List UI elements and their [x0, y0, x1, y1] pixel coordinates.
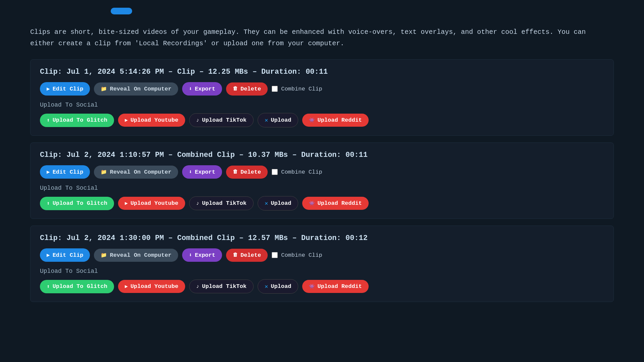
upload-youtube-button-3[interactable]: ▶ Upload Youtube: [118, 280, 185, 293]
upload-youtube-button-2[interactable]: ▶ Upload Youtube: [118, 197, 185, 210]
delete-button-1[interactable]: Delete: [226, 82, 268, 96]
export-button-1[interactable]: Export: [182, 82, 222, 96]
upload-social-label-1: Upload To Social: [40, 102, 604, 108]
clip-card-1: Clip: Jul 1, 2024 5:14:26 PM – Clip – 12…: [30, 59, 614, 136]
twitter-x-icon: [265, 200, 268, 207]
upload-glitch-icon: [47, 117, 50, 124]
tiktok-icon: [196, 117, 200, 123]
upload-glitch-icon: [47, 283, 50, 290]
delete-label: Delete: [240, 86, 261, 92]
folder-icon: [101, 252, 107, 258]
clip-label: Clip:: [40, 68, 62, 76]
upload-twitter-label: Upload: [271, 200, 291, 206]
folder-icon: [101, 86, 107, 92]
export-label: Export: [195, 252, 215, 258]
upload-reddit-button-3[interactable]: Upload Reddit: [302, 280, 369, 293]
combine-clip-text: Combine Clip: [281, 252, 322, 258]
delete-button-2[interactable]: Delete: [226, 166, 268, 179]
upload-youtube-label: Upload Youtube: [130, 200, 178, 206]
action-buttons-row-1: Edit Clip Reveal On Computer Export Dele…: [40, 82, 604, 96]
upload-tiktok-label: Upload TikTok: [202, 283, 247, 290]
play-icon: [47, 252, 50, 258]
play-icon: [47, 85, 50, 92]
action-buttons-row-3: Edit Clip Reveal On Computer Export Dele…: [40, 248, 604, 262]
export-label: Export: [195, 86, 215, 92]
upload-glitch-label: Upload To Glitch: [53, 283, 107, 290]
upload-reddit-button-1[interactable]: Upload Reddit: [302, 114, 369, 127]
upload-glitch-label: Upload To Glitch: [53, 200, 107, 206]
combine-clip-text: Combine Clip: [281, 86, 322, 92]
clip-info: Jul 1, 2024 5:14:26 PM – Clip – 12.25 MB…: [66, 68, 328, 76]
tiktok-icon: [196, 200, 200, 206]
twitter-x-icon: [265, 117, 268, 124]
action-buttons-row-2: Edit Clip Reveal On Computer Export Dele…: [40, 165, 604, 179]
upload-youtube-label: Upload Youtube: [130, 283, 178, 290]
combine-clip-checkbox-2[interactable]: [272, 169, 278, 175]
youtube-icon: ▶: [125, 283, 128, 290]
clip-card-3: Clip: Jul 2, 2024 1:30:00 PM – Combined …: [30, 226, 614, 302]
export-icon: [189, 252, 192, 258]
reddit-icon: [309, 117, 315, 123]
clip-title-1: Clip: Jul 1, 2024 5:14:26 PM – Clip – 12…: [40, 68, 604, 76]
edit-clip-label: Edit Clip: [53, 86, 84, 92]
upload-glitch-icon: [47, 200, 50, 207]
upload-tiktok-button-2[interactable]: Upload TikTok: [189, 196, 254, 210]
delete-label: Delete: [240, 252, 261, 258]
reveal-label: Reveal On Computer: [110, 169, 171, 175]
social-buttons-row-3: Upload To Glitch ▶ Upload Youtube Upload…: [40, 279, 604, 294]
reveal-label: Reveal On Computer: [110, 252, 171, 258]
edit-clip-button-3[interactable]: Edit Clip: [40, 248, 90, 262]
reddit-icon: [309, 284, 315, 290]
tiktok-icon: [196, 284, 200, 290]
upload-twitter-button-2[interactable]: Upload: [258, 196, 298, 210]
upload-twitter-label: Upload: [271, 283, 291, 290]
upload-twitter-button-1[interactable]: Upload: [258, 113, 298, 127]
upload-twitter-button-3[interactable]: Upload: [258, 279, 298, 294]
upload-tiktok-button-1[interactable]: Upload TikTok: [189, 113, 254, 127]
edit-clip-button-1[interactable]: Edit Clip: [40, 82, 90, 96]
twitter-x-icon: [265, 283, 268, 290]
combine-clip-checkbox-3[interactable]: [272, 252, 278, 258]
upload-tiktok-button-3[interactable]: Upload TikTok: [189, 280, 254, 293]
delete-label: Delete: [240, 169, 261, 175]
upload-glitch-button-3[interactable]: Upload To Glitch: [40, 280, 114, 293]
upload-tiktok-label: Upload TikTok: [202, 200, 247, 206]
trash-icon: [233, 86, 238, 92]
upload-reddit-button-2[interactable]: Upload Reddit: [302, 197, 369, 210]
reddit-icon: [309, 200, 315, 206]
reveal-on-computer-button-1[interactable]: Reveal On Computer: [94, 82, 178, 96]
trash-icon: [233, 169, 238, 175]
delete-button-3[interactable]: Delete: [226, 249, 268, 262]
export-button-3[interactable]: Export: [182, 248, 222, 262]
combine-clip-text: Combine Clip: [281, 169, 322, 175]
combine-clip-checkbox-1[interactable]: [272, 86, 278, 92]
reveal-on-computer-button-2[interactable]: Reveal On Computer: [94, 166, 178, 179]
upload-reddit-label: Upload Reddit: [317, 117, 362, 123]
social-buttons-row-1: Upload To Glitch ▶ Upload Youtube Upload…: [40, 113, 604, 127]
clip-info: Jul 2, 2024 1:10:57 PM – Combined Clip –…: [66, 151, 368, 159]
combine-clip-label-2: Combine Clip: [272, 169, 322, 175]
export-label: Export: [195, 169, 215, 175]
page-container: Clips are short, bite-sized videos of yo…: [0, 0, 644, 322]
clip-label: Clip:: [40, 151, 62, 159]
upload-youtube-label: Upload Youtube: [130, 117, 178, 123]
trash-icon: [233, 252, 238, 258]
clip-label: Clip:: [40, 234, 62, 242]
export-button-2[interactable]: Export: [182, 165, 222, 179]
upload-glitch-label: Upload To Glitch: [53, 117, 107, 123]
reveal-on-computer-button-3[interactable]: Reveal On Computer: [94, 249, 178, 262]
folder-icon: [101, 169, 107, 175]
upload-social-label-2: Upload To Social: [40, 185, 604, 191]
upload-social-label-3: Upload To Social: [40, 268, 604, 275]
top-partial-button[interactable]: [111, 8, 132, 14]
edit-clip-label: Edit Clip: [53, 252, 84, 258]
social-buttons-row-2: Upload To Glitch ▶ Upload Youtube Upload…: [40, 196, 604, 210]
edit-clip-button-2[interactable]: Edit Clip: [40, 165, 90, 179]
upload-tiktok-label: Upload TikTok: [202, 117, 247, 123]
upload-youtube-button-1[interactable]: ▶ Upload Youtube: [118, 114, 185, 127]
upload-glitch-button-2[interactable]: Upload To Glitch: [40, 197, 114, 210]
upload-reddit-label: Upload Reddit: [317, 283, 362, 290]
upload-glitch-button-1[interactable]: Upload To Glitch: [40, 114, 114, 127]
youtube-icon: ▶: [125, 117, 128, 123]
clip-info: Jul 2, 2024 1:30:00 PM – Combined Clip –…: [66, 234, 368, 242]
